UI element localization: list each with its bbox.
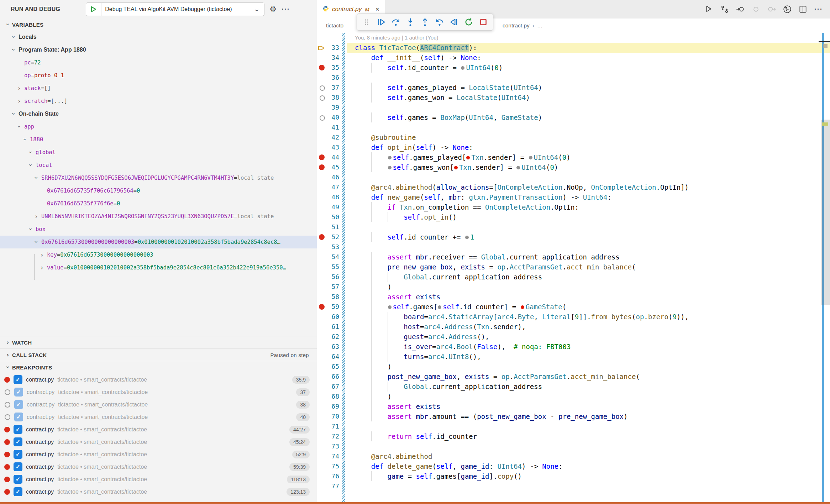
more-actions-icon[interactable]: ··· xyxy=(282,6,290,13)
code-line[interactable]: 55 pre_new_game_box, exists = op.AcctPar… xyxy=(317,262,830,272)
tree-chevron-icon[interactable]: › xyxy=(28,226,33,232)
breakpoint-row[interactable]: ✓contract.pytictactoe • smart_contracts/… xyxy=(0,398,317,411)
inline-breakpoint-candidate-icon[interactable] xyxy=(438,305,441,309)
variables-row[interactable]: ›box xyxy=(0,223,317,236)
run-or-debug-icon[interactable] xyxy=(781,3,794,16)
code-line[interactable]: 58 assert exists xyxy=(317,292,830,302)
tree-chevron-icon[interactable]: › xyxy=(39,252,45,258)
inline-breakpoint-icon[interactable] xyxy=(466,156,470,159)
breakpoint-checkbox[interactable]: ✓ xyxy=(14,375,22,384)
call-stack-section-header[interactable]: › CALL STACK Paused on step xyxy=(0,348,317,361)
code-line[interactable]: 56 Global.current_application_address xyxy=(317,272,830,282)
tree-chevron-icon[interactable]: › xyxy=(33,239,39,245)
code-line[interactable]: 70 assert mbr.amount == (post_new_game_b… xyxy=(317,411,830,421)
breakpoint-row[interactable]: ✓contract.pytictactoe • smart_contracts/… xyxy=(0,473,317,485)
code-line[interactable]: 50 self.opt_in() xyxy=(317,212,830,222)
code-line[interactable]: 61 host=arc4.Address(Txn.sender), xyxy=(317,322,830,332)
code-line[interactable]: 34 def __init__(self) -> None: xyxy=(317,53,830,63)
watch-section-header[interactable]: › WATCH xyxy=(0,336,317,348)
previous-change-icon[interactable] xyxy=(734,3,747,16)
breakpoints-section-header[interactable]: › BREAKPOINTS xyxy=(0,361,317,373)
tree-chevron-icon[interactable]: › xyxy=(33,175,39,181)
code-line[interactable]: 35 self.id_counter = UInt64(0) xyxy=(317,63,830,73)
code-line[interactable]: 62 guest=arc4.Address(), xyxy=(317,332,830,342)
tree-chevron-icon[interactable]: › xyxy=(22,137,28,142)
code-line[interactable]: 37 self.games_played = LocalState(UInt64… xyxy=(317,83,830,93)
code-line[interactable]: 40 self.games = BoxMap(UInt64, GameState… xyxy=(317,112,830,122)
code-line[interactable]: 59 self.games[self.id_counter] = GameSta… xyxy=(317,302,830,312)
tree-chevron-icon[interactable]: › xyxy=(11,47,16,53)
code-line[interactable]: 48 def new_game(self, mbr: gtxn.PaymentT… xyxy=(317,192,830,202)
step-back-icon[interactable] xyxy=(433,16,446,28)
variables-row[interactable]: ›0x67616d65735f776f6e = 0 xyxy=(0,197,317,210)
code-line[interactable]: 66 post_new_game_box, exists = op.AcctPa… xyxy=(317,372,830,382)
tree-chevron-icon[interactable]: › xyxy=(28,162,33,168)
tree-chevron-icon[interactable]: › xyxy=(16,85,22,91)
breakpoint-row[interactable]: ✓contract.pytictactoe • smart_contracts/… xyxy=(0,485,317,498)
step-over-icon[interactable] xyxy=(389,16,402,28)
variables-row[interactable]: ›op = proto 0 1 xyxy=(0,69,317,82)
code-line[interactable]: 65 ) xyxy=(317,362,830,372)
continue-icon[interactable] xyxy=(375,16,388,28)
variables-row[interactable]: ›local xyxy=(0,159,317,172)
variables-row[interactable]: ›On-chain State xyxy=(0,107,317,120)
tree-chevron-icon[interactable]: › xyxy=(11,111,16,117)
reverse-continue-icon[interactable] xyxy=(448,16,461,28)
variables-row[interactable]: ›scratch = [...] xyxy=(0,95,317,107)
run-python-file-icon[interactable] xyxy=(703,3,715,16)
more-actions-icon[interactable]: ··· xyxy=(812,3,825,16)
code-line[interactable]: 57 ) xyxy=(317,282,830,292)
code-line[interactable]: 45 self.games_won[Txn.sender] = UInt64(0… xyxy=(317,162,830,172)
breakpoint-checkbox[interactable]: ✓ xyxy=(14,413,23,421)
code-line[interactable]: 54 assert mbr.receiver == Global.current… xyxy=(317,252,830,262)
breakpoint-checkbox[interactable]: ✓ xyxy=(14,462,22,471)
breakpoint-row[interactable]: ✓contract.pytictactoe • smart_contracts/… xyxy=(0,448,317,461)
split-editor-icon[interactable] xyxy=(797,3,809,16)
code-line[interactable]: 74 @arc4.abimethod xyxy=(317,451,830,461)
variables-row[interactable]: ›app xyxy=(0,120,317,133)
variables-row[interactable]: ›pc = 72 xyxy=(0,56,317,69)
gear-icon[interactable]: ⚙ xyxy=(269,5,277,14)
breakpoint-disabled-icon[interactable] xyxy=(5,389,10,395)
step-out-icon[interactable] xyxy=(419,16,431,28)
breakpoint-row[interactable]: ✓contract.pytictactoe • smart_contracts/… xyxy=(0,423,317,436)
breakpoint-disabled-icon[interactable] xyxy=(5,402,10,408)
breakpoint-checkbox[interactable]: ✓ xyxy=(14,388,23,397)
variables-row[interactable]: ›stack = [] xyxy=(0,82,317,95)
variables-row[interactable]: ›SRH6D7XU2N6WQQ5SSYDQFG5ESO6JWEQIDPGLUGY… xyxy=(0,172,317,184)
code-line[interactable]: 60 board=arc4.StaticArray[arc4.Byte, Lit… xyxy=(317,312,830,322)
code-line[interactable]: 77 xyxy=(317,481,830,491)
breakpoint-icon[interactable] xyxy=(4,477,10,482)
variables-row[interactable]: ›UNML6W5NVHRIKTEOZAA4NI2SWQROSGNFNY2QS52… xyxy=(0,210,317,223)
code-line[interactable]: 38 self.games_won = LocalState(UInt64) xyxy=(317,93,830,103)
restart-icon[interactable] xyxy=(462,16,475,28)
breakpoint-row[interactable]: ✓contract.pytictactoe • smart_contracts/… xyxy=(0,436,317,448)
code-line[interactable]: 51 xyxy=(317,222,830,232)
code-line[interactable]: 42 @subroutine xyxy=(317,132,830,142)
variables-row[interactable]: ›Locals xyxy=(0,31,317,43)
open-changes-icon[interactable] xyxy=(718,3,731,16)
inline-breakpoint-icon[interactable] xyxy=(521,305,524,309)
tree-chevron-icon[interactable]: › xyxy=(33,214,39,219)
code-line[interactable]: 43 def opt_in(self) -> None: xyxy=(317,142,830,152)
code-line[interactable]: 53 xyxy=(317,242,830,252)
code-line[interactable]: 39 xyxy=(317,103,830,112)
breakpoint-checkbox[interactable]: ✓ xyxy=(14,475,22,484)
tree-chevron-icon[interactable]: › xyxy=(16,124,22,130)
code-line[interactable]: 75 def delete_game(self, game_id: UInt64… xyxy=(317,461,830,471)
tree-chevron-icon[interactable]: › xyxy=(28,149,33,155)
variables-row[interactable]: ›0x67616d65735f706c61796564 = 0 xyxy=(0,184,317,197)
tree-chevron-icon[interactable]: › xyxy=(16,98,22,104)
code-line[interactable]: 33class TicTacToe(ARC4Contract): xyxy=(317,43,830,53)
tree-chevron-icon[interactable]: › xyxy=(39,265,45,271)
breakpoint-checkbox[interactable]: ✓ xyxy=(14,487,22,496)
code-line[interactable]: 76 game = self.games[game_id].copy() xyxy=(317,471,830,481)
inline-breakpoint-icon[interactable] xyxy=(454,166,458,169)
debug-config-dropdown[interactable]: Debug TEAL via AlgoKit AVM Debugger (tic… xyxy=(86,2,264,16)
variables-row[interactable]: ›0x67616d65730000000000000003 = 0x010000… xyxy=(0,236,317,248)
inline-breakpoint-candidate-icon[interactable] xyxy=(516,166,520,169)
editor-scrollbar[interactable] xyxy=(821,120,830,305)
inline-breakpoint-candidate-icon[interactable] xyxy=(388,305,392,309)
code-line[interactable]: 73 xyxy=(317,441,830,451)
breakpoint-row[interactable]: ✓contract.pytictactoe • smart_contracts/… xyxy=(0,386,317,398)
